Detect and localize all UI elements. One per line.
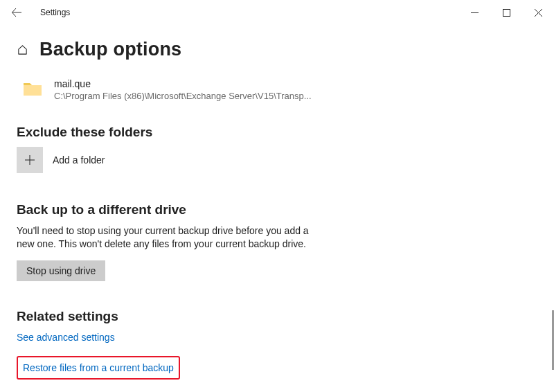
close-button[interactable] (522, 1, 554, 24)
plus-icon (24, 154, 36, 166)
page-header: Backup options (17, 39, 536, 60)
add-folder-label: Add a folder (53, 154, 105, 166)
folder-path: C:\Program Files (x86)\Microsoft\Exchang… (54, 91, 312, 101)
related-links: See advanced settings (17, 331, 536, 344)
advanced-settings-link[interactable]: See advanced settings (17, 332, 115, 343)
folder-icon (22, 78, 43, 99)
content-area: Backup options mail.que C:\Program Files… (0, 39, 554, 392)
folder-name: mail.que (54, 78, 312, 89)
close-icon (535, 9, 542, 17)
minimize-button[interactable] (458, 1, 490, 24)
folder-item[interactable]: mail.que C:\Program Files (x86)\Microsof… (17, 78, 536, 101)
home-icon[interactable] (17, 44, 28, 58)
restore-highlight-box: Restore files from a current backup (17, 356, 180, 380)
add-folder-button[interactable] (17, 147, 43, 173)
related-settings-heading: Related settings (17, 309, 536, 324)
svg-rect-1 (503, 9, 510, 16)
exclude-heading: Exclude these folders (17, 125, 536, 140)
different-drive-heading: Back up to a different drive (17, 202, 536, 217)
page-title: Backup options (39, 39, 181, 60)
titlebar: Settings (0, 0, 554, 25)
maximize-button[interactable] (490, 1, 522, 24)
arrow-left-icon (11, 7, 22, 18)
add-folder-row: Add a folder (17, 147, 536, 173)
maximize-icon (503, 9, 510, 17)
back-button[interactable] (6, 1, 28, 24)
app-title: Settings (40, 8, 70, 17)
restore-files-link[interactable]: Restore files from a current backup (23, 362, 174, 373)
different-drive-description: You'll need to stop using your current b… (17, 224, 321, 251)
stop-using-drive-button[interactable]: Stop using drive (17, 260, 105, 281)
window-controls (458, 1, 554, 24)
folder-details: mail.que C:\Program Files (x86)\Microsof… (54, 78, 312, 101)
minimize-icon (471, 9, 479, 17)
